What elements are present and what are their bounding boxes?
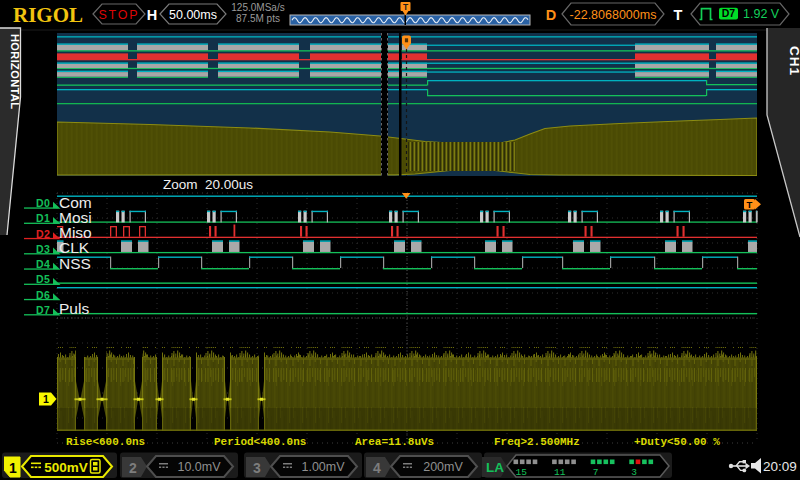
svg-text:11: 11 [554, 467, 566, 478]
svg-text:3: 3 [631, 467, 637, 478]
svg-text:T: T [747, 199, 753, 210]
svg-text:1: 1 [9, 460, 17, 476]
svg-text:1: 1 [43, 393, 49, 405]
svg-text:D4: D4 [36, 258, 50, 270]
svg-text:3: 3 [253, 460, 261, 476]
svg-text:-22.8068000ms: -22.8068000ms [570, 8, 657, 22]
svg-text:D1: D1 [36, 212, 50, 224]
svg-text:LA: LA [486, 460, 504, 475]
svg-text:Puls: Puls [59, 300, 89, 317]
svg-text:CH1: CH1 [787, 46, 800, 76]
svg-text:HORIZONTAL: HORIZONTAL [9, 34, 21, 109]
svg-text:STOP: STOP [98, 8, 139, 22]
svg-text:7: 7 [593, 467, 599, 478]
svg-text:D7: D7 [722, 7, 736, 19]
svg-text:NSS: NSS [59, 255, 91, 272]
svg-text:2: 2 [129, 460, 137, 476]
svg-text:20:09: 20:09 [763, 459, 797, 474]
svg-text:T: T [674, 7, 683, 23]
svg-text:15: 15 [516, 467, 528, 478]
svg-text:D6: D6 [36, 289, 50, 301]
svg-text:87.5M pts: 87.5M pts [236, 13, 280, 24]
svg-text:D5: D5 [36, 273, 50, 285]
svg-text:125.0MSa/s: 125.0MSa/s [231, 2, 284, 13]
svg-text:H: H [147, 7, 157, 23]
svg-text:D7: D7 [36, 304, 50, 316]
svg-text:10.0mV: 10.0mV [177, 460, 221, 474]
svg-text:200mV: 200mV [423, 460, 463, 474]
svg-text:50.00ms: 50.00ms [169, 8, 217, 22]
svg-text:4: 4 [373, 460, 381, 476]
svg-text:500mV: 500mV [44, 460, 88, 475]
svg-text:D2: D2 [36, 228, 50, 240]
svg-text:D0: D0 [36, 197, 50, 209]
svg-text:1.00mV: 1.00mV [301, 460, 345, 474]
svg-text:D3: D3 [36, 243, 50, 255]
svg-text:1.92 V: 1.92 V [743, 7, 780, 21]
svg-text:D: D [546, 7, 556, 23]
svg-text:T: T [403, 2, 409, 12]
